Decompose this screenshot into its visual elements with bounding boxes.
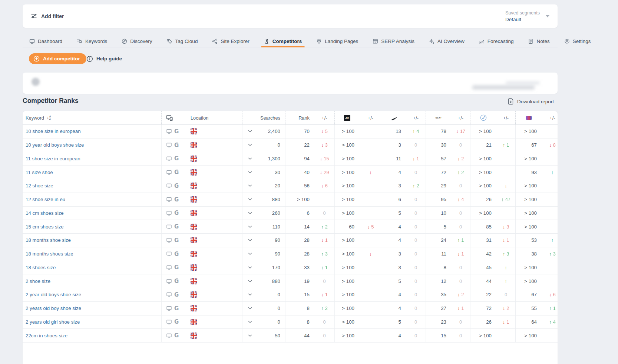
help-guide-button[interactable]: Help guide — [86, 53, 122, 64]
competitor-5-change-cell — [542, 193, 558, 206]
keyword-link[interactable]: 14 cm shoes size — [26, 210, 64, 216]
competitor-icon — [264, 39, 270, 44]
arrow-up-icon: ↑ — [321, 251, 324, 257]
chevron-down-icon[interactable] — [248, 293, 252, 296]
saved-segments-dropdown[interactable]: Saved segments Default — [505, 10, 549, 22]
searches-cell: 0 — [257, 288, 285, 301]
keyword-link[interactable]: 10 year old boys shoe size — [26, 142, 84, 148]
chevron-down-icon[interactable] — [248, 226, 252, 228]
keyword-cell: 18 months shoe size — [23, 234, 161, 247]
chevron-down-icon[interactable] — [248, 266, 252, 269]
keyword-link[interactable]: 11 size shoe — [26, 170, 53, 175]
google-g-icon: G — [174, 142, 179, 148]
location-cell — [187, 274, 242, 288]
tab-keywords[interactable]: Keywords — [77, 36, 107, 47]
keyword-cell: 15 cm shoes size — [23, 220, 161, 233]
keyword-link[interactable]: 18 months shoe size — [26, 237, 71, 243]
change-value: ↑ — [551, 237, 554, 243]
competitor-4-change-cell — [496, 207, 515, 220]
keyword-link[interactable]: 12 shoe size — [26, 183, 53, 188]
change-number: 6 — [325, 183, 328, 188]
tab-label: Competitors — [272, 39, 302, 44]
keyword-link[interactable]: 11 shoe size in european — [26, 156, 80, 161]
arrow-up-icon: ↑ — [413, 128, 415, 134]
chevron-down-icon[interactable] — [248, 334, 252, 337]
chevron-down-icon[interactable] — [248, 171, 252, 174]
keyword-link[interactable]: 2 shoe size — [26, 278, 50, 284]
add-filter-button[interactable]: Add filter — [31, 13, 64, 19]
change-number: 5 — [325, 128, 328, 134]
keyword-link[interactable]: 18 months shoes size — [26, 251, 73, 257]
tab-label: Settings — [573, 39, 591, 44]
location-cell — [187, 166, 242, 179]
google-g-icon: G — [174, 155, 179, 162]
rank-cell: 70 — [285, 125, 314, 138]
gradient-favicon — [526, 116, 532, 120]
chevron-down-icon[interactable] — [248, 239, 252, 241]
chevron-down-icon[interactable] — [248, 130, 252, 133]
chevron-down-icon[interactable] — [248, 184, 252, 187]
keyword-link[interactable]: 22cm in shoes size — [26, 333, 67, 338]
tab-settings[interactable]: Settings — [564, 36, 591, 47]
rank-cell: > 100 — [285, 193, 314, 206]
tab-landing-pages[interactable]: Landing Pages — [316, 36, 358, 47]
competitor-5-rank-cell: > 100 — [515, 220, 542, 233]
keyword-cell: 11 shoe size in european — [23, 152, 161, 166]
searches-cell: 90 — [257, 234, 285, 247]
keyword-link[interactable]: 12 shoe size in eu — [26, 197, 65, 202]
keyword-link[interactable]: 2 year old boys shoe size — [26, 292, 81, 297]
change-value: 0 — [323, 210, 325, 216]
tab-serp-analysis[interactable]: SERP Analysis — [373, 36, 414, 47]
competitor-1-rank-cell: > 100 — [334, 179, 359, 193]
keyword-link[interactable]: 15 cm shoes size — [26, 224, 64, 230]
competitor-2-change-cell: 0 — [406, 207, 426, 220]
keyword-link[interactable]: 2 years old boy shoe size — [26, 305, 81, 311]
competitor-3-rank-cell: 30 — [426, 138, 451, 152]
expand-cell — [242, 302, 257, 315]
chevron-down-icon[interactable] — [248, 157, 252, 160]
chevron-down-icon[interactable] — [248, 212, 252, 214]
chevron-down-icon[interactable] — [248, 144, 252, 146]
google-g-icon: G — [174, 196, 179, 203]
tab-site-explorer[interactable]: Site Explorer — [212, 36, 249, 47]
chevron-down-icon[interactable] — [248, 280, 252, 283]
searches-column-header: Searches — [257, 111, 285, 124]
tab-forecasting[interactable]: Forecasting — [479, 36, 514, 47]
add-competitor-button[interactable]: Add competitor — [29, 53, 86, 64]
device-cell: G — [161, 125, 187, 138]
competitor-2-rank-cell: 3 — [382, 138, 406, 152]
keyword-link[interactable]: 18 shoes size — [26, 265, 56, 270]
keyword-link[interactable]: 10 shoe size in european — [26, 128, 81, 134]
tab-label: Keywords — [85, 39, 107, 44]
competitor-3-rank-cell: 12 — [426, 274, 451, 288]
change-value: ↓2 — [503, 305, 509, 311]
change-value: 0 — [323, 333, 325, 338]
tab-competitors[interactable]: Competitors — [264, 36, 302, 47]
desktop-monitor-icon — [166, 237, 172, 243]
change-value: 0 — [459, 319, 462, 325]
chevron-down-icon[interactable] — [248, 198, 252, 201]
chevron-down-icon[interactable] — [248, 307, 252, 310]
rank-cell: 8 — [285, 302, 314, 315]
competitor-4-rank-cell: 26 — [470, 315, 496, 329]
change-number: 8 — [553, 142, 556, 148]
tab-tag-cloud[interactable]: Tag Cloud — [167, 36, 198, 47]
location-cell — [187, 302, 242, 315]
rank-change-cell: ↓6 — [314, 179, 334, 193]
change-number: 2 — [461, 156, 464, 161]
location-cell — [187, 138, 242, 152]
download-file-icon — [508, 98, 514, 105]
chevron-down-icon[interactable] — [248, 321, 252, 323]
tab-dashboard[interactable]: Dashboard — [29, 36, 62, 47]
download-report-button[interactable]: Download report — [508, 98, 554, 105]
tab-ai-overview[interactable]: AI Overview — [429, 36, 465, 47]
tab-discovery[interactable]: Discovery — [122, 36, 152, 47]
competitor-3-rank-cell: 35 — [426, 288, 451, 301]
chevron-down-icon[interactable] — [248, 253, 252, 255]
tab-notes[interactable]: Notes — [528, 36, 549, 47]
table-row: 12 shoe sizeG2056↓6> 1003↑2290> 100↓> 10… — [23, 179, 558, 193]
competitor-1-change-cell — [359, 288, 382, 301]
keyword-column-header[interactable]: Keyword↓AZ — [23, 111, 161, 124]
keyword-link[interactable]: 2 years old girl shoe size — [26, 319, 80, 325]
add-competitor-label: Add competitor — [43, 56, 80, 61]
